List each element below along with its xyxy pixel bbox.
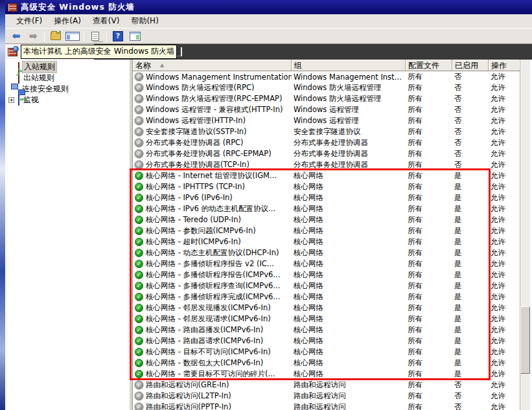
sidebar-item-connection-security[interactable]: 连接安全规则 xyxy=(5,84,130,95)
rule-group: Windows 远程管理 xyxy=(292,105,406,115)
column-header-enabled[interactable]: 已启用 xyxy=(452,60,489,71)
sidebar-item-monitoring[interactable]: +监视 xyxy=(5,95,130,106)
table-header: 名称▲ 组 配置文件 已启用 操作 ▲ xyxy=(133,60,532,71)
rule-action: 允许 xyxy=(489,281,519,291)
node-title[interactable]: 本地计算机 上的高级安全 Windows 防火墙 xyxy=(21,45,177,59)
rule-profile: 所有 xyxy=(406,72,452,82)
scrollbar-thumb[interactable] xyxy=(520,306,530,374)
screen: 高级安全 Windows 防火墙 文件(F) 操作(A) 查看(V) 帮助(H)… xyxy=(0,0,532,410)
menu-file[interactable]: 文件(F) xyxy=(10,14,48,28)
rule-group: Windows 防火墙远程管理 xyxy=(292,94,406,104)
toolbar-separator xyxy=(106,31,107,41)
rule-enabled: 否 xyxy=(452,391,489,401)
table-row[interactable]: ✓路由和远程访问(L2TP-In)路由和远程访问所有否允许 xyxy=(133,391,519,402)
table-row[interactable]: ✓Windows 防火墙远程管理(RPC-EPMAP)Windows 防火墙远程… xyxy=(133,93,519,104)
up-one-level-button[interactable]: ➚ xyxy=(49,30,63,43)
console-tree-icon xyxy=(65,32,80,41)
node-header-bar: 本地计算机 上的高级安全 Windows 防火墙 xyxy=(5,44,532,60)
table-row[interactable]: ✓路由和远程访问(GRE-In)路由和远程访问所有否允许 xyxy=(133,380,519,391)
rule-status-disabled-icon: ✓ xyxy=(135,84,143,92)
rule-action: 允许 xyxy=(489,94,519,104)
column-header-group[interactable]: 组 xyxy=(292,60,406,71)
menu-action[interactable]: 操作(A) xyxy=(48,14,87,28)
rule-action: 允许 xyxy=(489,336,519,346)
rule-status-disabled-icon: ✓ xyxy=(135,403,143,410)
rule-action: 允许 xyxy=(489,105,519,115)
expand-icon[interactable]: + xyxy=(8,97,14,103)
action-pane-icon xyxy=(130,32,141,41)
rule-group: Windows 防火墙远程管理 xyxy=(292,83,406,93)
rule-profile: 所有 xyxy=(406,391,452,401)
rule-profile: 所有 xyxy=(406,83,452,93)
table-row[interactable]: ✓Windows 远程管理(HTTP-In)Windows 远程管理所有否允许 xyxy=(133,115,519,126)
rule-action: 允许 xyxy=(489,160,519,170)
column-header-action[interactable]: 操作 xyxy=(489,60,519,71)
rule-profile: 所有 xyxy=(406,380,452,390)
sidebar-item-outbound[interactable]: ↗出站规则 xyxy=(5,73,130,84)
rule-group: 路由和远程访问 xyxy=(292,380,406,390)
sort-ascending-icon: ▲ xyxy=(160,62,164,68)
sidebar-item-label: 连接安全规则 xyxy=(21,84,70,95)
rule-status-disabled-icon: ✓ xyxy=(135,128,143,136)
rule-enabled: 否 xyxy=(452,83,489,93)
firewall-node-icon xyxy=(8,48,17,56)
firewall-app-icon xyxy=(8,3,17,12)
export-list-icon: ➜ xyxy=(91,32,99,41)
table-row[interactable]: ✓安全套接字隧道协议(SSTP-In)安全套接字隧道协议所有否允许 xyxy=(133,126,519,137)
column-header-profile[interactable]: 配置文件 xyxy=(406,60,452,71)
rule-name: Windows 防火墙远程管理(RPC-EPMAP) xyxy=(146,94,283,104)
table-row[interactable]: ✓分布式事务处理协调器 (RPC)分布式事务处理协调器所有否允许 xyxy=(133,137,519,148)
rule-enabled: 否 xyxy=(452,380,489,390)
table-row[interactable]: ✓Windows Management Instrumentation...Wi… xyxy=(133,71,519,82)
rule-status-disabled-icon: ✓ xyxy=(135,95,143,103)
highlight-rectangle xyxy=(130,168,491,380)
focus-dots xyxy=(102,56,180,56)
back-button[interactable]: ⬅ xyxy=(9,30,23,43)
menu-view[interactable]: 查看(V) xyxy=(87,14,126,28)
column-header-name[interactable]: 名称▲ xyxy=(133,60,292,71)
text-cursor xyxy=(181,47,182,56)
forward-button[interactable]: ➡ xyxy=(26,30,40,43)
table-row[interactable]: ✓分布式事务处理协调器 (RPC-EPMAP)分布式事务处理协调器所有否允许 xyxy=(133,148,519,159)
title-bar[interactable]: 高级安全 Windows 防火墙 xyxy=(5,0,532,14)
rule-profile: 所有 xyxy=(406,138,452,148)
rule-status-disabled-icon: ✓ xyxy=(135,117,143,125)
inbound-rules-icon: ↘ xyxy=(18,63,19,72)
rule-action: 允许 xyxy=(489,72,519,82)
rule-action: 允许 xyxy=(489,237,519,247)
rule-profile: 所有 xyxy=(406,149,452,159)
menu-help[interactable]: 帮助(H) xyxy=(125,14,164,28)
table-row[interactable]: ✓路由和远程访问(PPTP-In)路由和远程访问所有否允许 xyxy=(133,402,519,410)
export-list-button[interactable]: ➜ xyxy=(88,30,102,43)
vertical-scrollbar[interactable] xyxy=(520,60,530,410)
rule-status-disabled-icon: ✓ xyxy=(135,150,143,158)
rule-enabled: 否 xyxy=(452,105,489,115)
rule-name: Windows 远程管理(HTTP-In) xyxy=(146,116,246,126)
rule-action: 允许 xyxy=(489,369,519,379)
rule-action: 允许 xyxy=(489,116,519,126)
folder-up-icon: ➚ xyxy=(51,32,61,40)
show-console-tree-button[interactable] xyxy=(65,30,80,43)
rule-status-disabled-icon: ✓ xyxy=(135,139,143,147)
rule-action: 允许 xyxy=(489,347,519,357)
rule-status-disabled-icon: ✓ xyxy=(135,73,143,81)
table-row[interactable]: ✓Windows 远程管理 - 兼容模式(HTTP-In)Windows 远程管… xyxy=(133,104,519,115)
sidebar-item-inbound[interactable]: ↘入站规则 xyxy=(5,62,130,73)
show-action-pane-button[interactable] xyxy=(128,30,142,43)
rule-enabled: 否 xyxy=(452,94,489,104)
menu-bar: 文件(F) 操作(A) 查看(V) 帮助(H) xyxy=(5,14,532,28)
window-title: 高级安全 Windows 防火墙 xyxy=(21,2,135,13)
rule-profile: 所有 xyxy=(406,127,452,137)
rule-group: Windows 远程管理 xyxy=(292,116,406,126)
rule-enabled: 否 xyxy=(452,149,489,159)
background-window-edge xyxy=(0,0,5,410)
rule-action: 允许 xyxy=(489,314,519,324)
rule-profile: 所有 xyxy=(406,402,452,410)
table-row[interactable]: ✓Windows 防火墙远程管理(RPC)Windows 防火墙远程管理所有否允… xyxy=(133,82,519,93)
sidebar-item-label: 出站规则 xyxy=(22,73,56,84)
toolbar-separator xyxy=(84,31,84,41)
help-button[interactable]: ? xyxy=(111,30,125,43)
rule-group: 路由和远程访问 xyxy=(292,391,406,401)
rule-status-disabled-icon: ✓ xyxy=(135,392,143,400)
rule-status-disabled-icon: ✓ xyxy=(135,106,143,114)
